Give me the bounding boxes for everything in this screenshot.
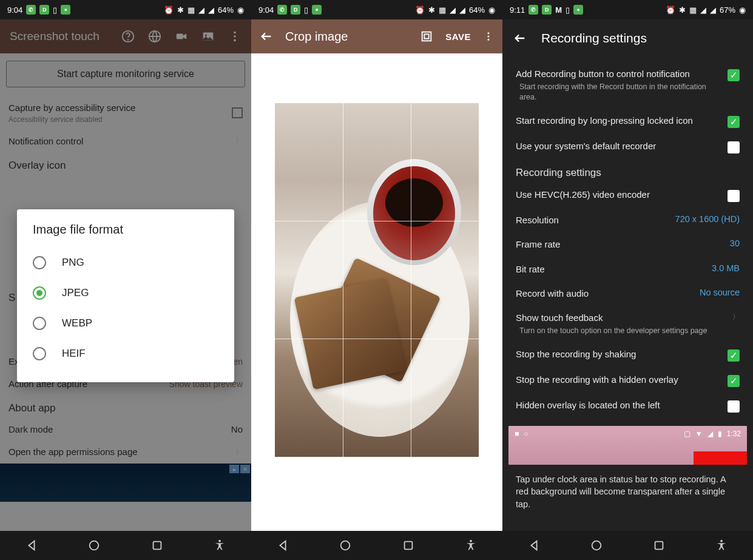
accessibility-icon[interactable]: [715, 539, 728, 552]
crop-handle-tr[interactable]: [465, 102, 480, 117]
app-badge-icon: D: [542, 5, 552, 15]
checkbox-checked-icon[interactable]: ✓: [728, 69, 740, 81]
resolution-row[interactable]: Resolution 720 x 1600 (HD): [516, 208, 740, 232]
video-icon: ■: [515, 430, 519, 438]
chevron-right-icon: 〉: [732, 312, 740, 322]
signal-icon: ◢: [707, 430, 713, 438]
signal-icon: ◢: [198, 5, 204, 15]
checkbox-checked-icon[interactable]: ✓: [728, 116, 740, 128]
bluetooth-icon: ✱: [177, 5, 184, 15]
svg-point-22: [721, 540, 723, 542]
settings-list[interactable]: Add Recording button to control notifica…: [502, 57, 753, 531]
recents-icon[interactable]: [150, 539, 164, 552]
row-sub: Start recording with the Record button i…: [516, 82, 719, 103]
hidden-overlay-row[interactable]: Stop the recording with a hidden overlay…: [516, 368, 740, 393]
touch-feedback-row[interactable]: Show touch feedback Turn on the touch op…: [516, 306, 740, 342]
svg-point-15: [488, 36, 490, 38]
back-icon[interactable]: [25, 539, 38, 552]
m-icon: M: [555, 5, 562, 15]
audio-row[interactable]: Record with audio No source: [516, 282, 740, 306]
home-icon[interactable]: [339, 539, 352, 552]
svg-point-9: [90, 541, 99, 550]
crop-frame[interactable]: [274, 102, 480, 458]
back-arrow-icon[interactable]: [260, 30, 273, 43]
status-bar: 9:11 ✆ D M ▯ ● ⏰ ✱ ▦ ◢ ◢ 67% ◉: [502, 0, 753, 19]
back-icon[interactable]: [527, 539, 541, 552]
crop-handle-br[interactable]: [465, 443, 480, 458]
app2-badge-icon: ●: [61, 5, 70, 15]
accessibility-icon[interactable]: [213, 539, 226, 552]
section-header: Recording settings: [516, 160, 740, 183]
crop-handle-tl[interactable]: [274, 102, 289, 117]
battery-pct: 64%: [218, 5, 234, 15]
radio-label: PNG: [62, 257, 84, 269]
checkbox-icon[interactable]: [728, 190, 740, 202]
app-badge-icon: D: [39, 5, 49, 15]
sim-icon: ▯: [304, 5, 308, 15]
checkbox-icon[interactable]: [728, 400, 740, 413]
app2-badge-icon: ●: [312, 5, 322, 15]
alarm-icon: ⏰: [666, 5, 675, 15]
save-button[interactable]: SAVE: [445, 32, 471, 42]
row-value: 3.0 MB: [712, 263, 740, 273]
signal2-icon: ◢: [208, 5, 214, 15]
recents-icon[interactable]: [652, 539, 666, 552]
radio-option-jpeg[interactable]: JPEG: [33, 278, 218, 308]
radio-icon[interactable]: [33, 256, 46, 269]
whatsapp-icon: ✆: [26, 5, 36, 15]
recents-icon[interactable]: [402, 539, 415, 552]
demo-time: 1:32: [727, 430, 741, 438]
signal-icon: ◢: [700, 5, 706, 15]
row-label: Bit rate: [516, 263, 704, 275]
crop-canvas[interactable]: [251, 53, 502, 531]
checkbox-checked-icon[interactable]: ✓: [728, 375, 740, 387]
back-arrow-icon[interactable]: [513, 32, 527, 45]
overflow-icon[interactable]: [483, 30, 494, 43]
demo-red-area: [694, 451, 747, 465]
default-recorder-row[interactable]: Use your system's default recorder: [516, 134, 740, 160]
app-badge-icon: D: [291, 5, 300, 15]
radio-icon[interactable]: [33, 317, 46, 330]
grid-line: [275, 339, 479, 339]
status-time: 9:04: [258, 5, 274, 15]
home-icon[interactable]: [590, 539, 603, 552]
crop-title: Crop image: [285, 30, 408, 44]
add-recording-button-row[interactable]: Add Recording button to control notifica…: [516, 62, 740, 109]
grid-line: [343, 103, 343, 457]
crop-handle-bl[interactable]: [274, 443, 289, 458]
photo-preview[interactable]: [274, 102, 480, 458]
volte-icon: ▦: [689, 5, 697, 15]
shake-row[interactable]: Stop the recording by shaking ✓: [516, 342, 740, 368]
nav-bar: [251, 531, 502, 560]
alarm-icon: ⏰: [415, 5, 425, 15]
radio-option-png[interactable]: PNG: [33, 248, 218, 278]
longpress-row[interactable]: Start recording by long-pressing locked …: [516, 109, 740, 134]
radio-selected-icon[interactable]: [33, 286, 46, 300]
hidden-left-row[interactable]: Hidden overlay is located on the left: [516, 393, 740, 419]
status-bar: 9:04 ✆ D ▯ ● ⏰ ✱ ▦ ◢ ◢ 64% ◉: [0, 0, 251, 19]
svg-rect-12: [422, 32, 431, 41]
accessibility-icon[interactable]: [464, 539, 478, 552]
svg-rect-10: [153, 542, 161, 550]
radio-option-webp[interactable]: WEBP: [33, 308, 218, 339]
aspect-icon[interactable]: [420, 30, 433, 43]
svg-point-16: [488, 39, 490, 41]
checkbox-checked-icon[interactable]: ✓: [728, 349, 740, 362]
radio-icon[interactable]: [33, 347, 46, 360]
radio-option-heif[interactable]: HEIF: [33, 339, 218, 369]
settings-title: Recording settings: [541, 31, 647, 46]
row-label: Stop the recording with a hidden overlay: [516, 374, 719, 386]
home-icon[interactable]: [87, 539, 101, 552]
back-icon[interactable]: [276, 539, 289, 552]
demo-preview: ■ ○ ▢ ▼ ◢ ▮ 1:32: [508, 426, 747, 465]
alarm-icon: ⏰: [164, 5, 174, 15]
row-sub: Turn on the touch option on the develope…: [516, 326, 732, 336]
row-label: Stop the recording by shaking: [516, 348, 719, 360]
grid-line: [275, 221, 479, 221]
hevc-row[interactable]: Use HEVC(H.265) video encoder: [516, 183, 740, 208]
row-label: Start recording by long-pressing locked …: [516, 115, 719, 127]
bitrate-row[interactable]: Bit rate 3.0 MB: [516, 257, 740, 282]
checkbox-icon[interactable]: [728, 141, 740, 153]
signal2-icon: ◢: [710, 5, 716, 15]
framerate-row[interactable]: Frame rate 30: [516, 232, 740, 257]
